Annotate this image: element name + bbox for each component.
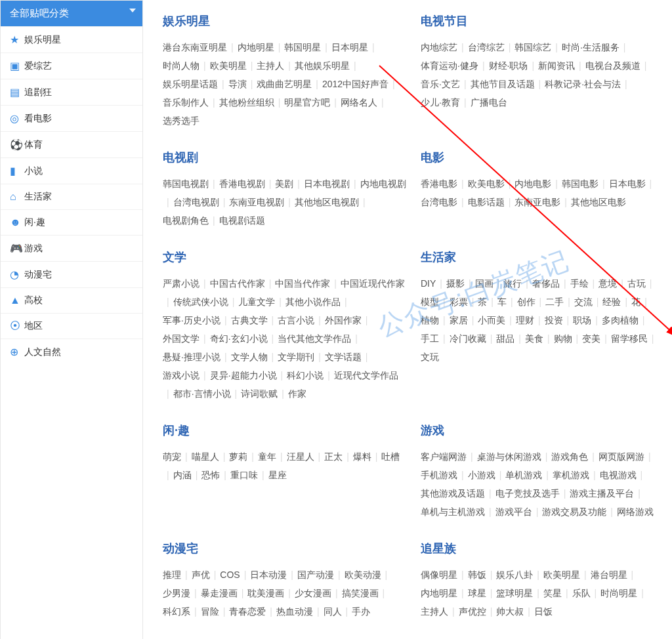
sidebar-item-2[interactable]: ▤追剧狂 (1, 79, 142, 105)
tag-link[interactable]: 传统武侠小说 (173, 293, 228, 311)
tag-link[interactable]: 变美 (582, 329, 600, 348)
tag-link[interactable]: 戏曲曲艺明星 (257, 75, 312, 93)
tag-link[interactable]: 声优 (192, 566, 210, 584)
tag-link[interactable]: 少男漫 (163, 584, 190, 602)
tag-link[interactable]: 内地电视剧 (360, 175, 406, 193)
tag-link[interactable]: 内地综艺 (421, 38, 457, 56)
tag-link[interactable]: 游戏小说 (163, 366, 200, 384)
tag-link[interactable]: 电影话题 (468, 193, 505, 211)
tag-link[interactable]: 台湾电视剧 (173, 193, 219, 211)
section-title[interactable]: 动漫宅 (163, 541, 408, 556)
tag-link[interactable]: 其他游戏及话题 (421, 484, 485, 503)
tag-link[interactable]: 日本电影 (609, 175, 646, 193)
tag-link[interactable]: 近现代文学作品 (334, 366, 398, 384)
tag-link[interactable]: 萝莉 (229, 447, 247, 466)
tag-link[interactable]: 港台明星 (591, 566, 627, 584)
tag-link[interactable]: 奢侈品 (532, 274, 560, 293)
tag-link[interactable]: 明星官方吧 (284, 93, 330, 112)
tag-link[interactable]: 都市·言情小说 (173, 384, 231, 403)
tag-link[interactable]: 游戏平台 (495, 503, 532, 521)
tag-link[interactable]: 多肉植物 (602, 311, 639, 329)
tag-link[interactable]: 汪星人 (287, 447, 314, 466)
sidebar-item-7[interactable]: ☻闲·趣 (1, 209, 142, 235)
tag-link[interactable]: 童年 (258, 447, 276, 466)
tag-link[interactable]: 购物 (554, 329, 572, 348)
tag-link[interactable]: 韩国电视剧 (163, 175, 209, 193)
tag-link[interactable]: 交流 (574, 293, 593, 311)
sidebar-item-9[interactable]: ◔动漫宅 (1, 261, 142, 287)
tag-link[interactable]: 韩国综艺 (514, 38, 551, 56)
tag-link[interactable]: 科幻系 (163, 602, 190, 621)
tag-link[interactable]: 港台东南亚明星 (163, 38, 227, 56)
sidebar-header[interactable]: 全部贴吧分类 (1, 1, 142, 26)
tag-link[interactable]: 喵星人 (192, 447, 219, 466)
tag-link[interactable]: 经验 (602, 293, 621, 311)
section-title[interactable]: 文学 (163, 249, 408, 265)
tag-link[interactable]: 手机游戏 (421, 466, 457, 484)
tag-link[interactable]: 诗词歌赋 (241, 384, 278, 403)
tag-link[interactable]: 篮球明星 (496, 584, 533, 602)
tag-link[interactable]: 严肃小说 (163, 274, 200, 293)
tag-link[interactable]: 台湾电影 (421, 193, 457, 211)
tag-link[interactable]: 娱乐八卦 (496, 566, 533, 584)
tag-link[interactable]: COS (220, 566, 240, 584)
tag-link[interactable]: 美剧 (275, 175, 293, 193)
tag-link[interactable]: 中国古代作家 (210, 274, 265, 293)
tag-link[interactable]: 中国近现代作家 (341, 274, 405, 293)
tag-link[interactable]: 茶 (478, 293, 487, 311)
tag-link[interactable]: 时尚明星 (600, 584, 637, 602)
tag-link[interactable]: 音乐·文艺 (421, 75, 460, 93)
sidebar-item-11[interactable]: ⦿地区 (1, 313, 142, 339)
tag-link[interactable]: 其他粉丝组织 (219, 93, 274, 112)
tag-link[interactable]: 笑星 (543, 584, 562, 602)
sidebar-item-0[interactable]: ★娱乐明星 (1, 26, 142, 52)
tag-link[interactable]: 车 (497, 293, 507, 311)
tag-link[interactable]: 香港电影 (421, 175, 457, 193)
tag-link[interactable]: 投资 (545, 311, 563, 329)
tag-link[interactable]: 奇幻·玄幻小说 (210, 329, 268, 348)
tag-link[interactable]: 推理 (163, 566, 181, 584)
tag-link[interactable]: 文玩 (421, 348, 439, 366)
tag-link[interactable]: 网络游戏 (617, 503, 654, 521)
tag-link[interactable]: 恐怖 (201, 466, 220, 484)
tag-link[interactable]: 选秀选手 (163, 112, 200, 130)
tag-link[interactable]: 其他地区电视剧 (295, 193, 359, 211)
tag-link[interactable]: 暴走漫画 (201, 584, 238, 602)
tag-link[interactable]: 职场 (573, 311, 591, 329)
tag-link[interactable]: 掌机游戏 (553, 466, 589, 484)
tag-link[interactable]: 韩国明星 (284, 38, 321, 56)
tag-link[interactable]: 韩国电影 (562, 175, 598, 193)
tag-link[interactable]: 儿童文学 (238, 293, 275, 311)
section-title[interactable]: 追星族 (421, 541, 665, 556)
sidebar-item-8[interactable]: 🎮游戏 (1, 235, 142, 261)
tag-link[interactable]: 东南亚电影 (514, 193, 560, 211)
tag-link[interactable]: 留学移民 (611, 329, 648, 348)
tag-link[interactable]: 电视剧话题 (219, 211, 265, 230)
section-title[interactable]: 娱乐明星 (163, 13, 408, 29)
sidebar-item-3[interactable]: ◎看电影 (1, 105, 142, 131)
tag-link[interactable]: 意境 (598, 274, 617, 293)
tag-link[interactable]: 理财 (516, 311, 534, 329)
tag-link[interactable]: 主持人 (257, 56, 284, 75)
tag-link[interactable]: 文学期刊 (278, 348, 314, 366)
tag-link[interactable]: 乐队 (572, 584, 591, 602)
tag-link[interactable]: 内地明星 (238, 38, 274, 56)
section-title[interactable]: 闲·趣 (163, 423, 408, 438)
tag-link[interactable]: 游戏角色 (551, 447, 588, 466)
tag-link[interactable]: 手工 (421, 329, 439, 348)
tag-link[interactable]: 青春恋爱 (229, 602, 266, 621)
tag-link[interactable]: 偶像明星 (421, 566, 457, 584)
tag-link[interactable]: 正太 (324, 447, 343, 466)
tag-link[interactable]: 日本明星 (331, 38, 368, 56)
tag-link[interactable]: 耽美漫画 (247, 584, 284, 602)
sidebar-item-10[interactable]: ▲高校 (1, 287, 142, 313)
tag-link[interactable]: 美食 (525, 329, 543, 348)
tag-link[interactable]: 内地明星 (421, 584, 457, 602)
tag-link[interactable]: 军事·历史小说 (163, 311, 220, 329)
tag-link[interactable]: 音乐制作人 (163, 93, 209, 112)
tag-link[interactable]: 古典文学 (231, 311, 268, 329)
tag-link[interactable]: 游戏主播及平台 (570, 484, 634, 503)
sidebar-item-5[interactable]: ▮小说 (1, 157, 142, 184)
sidebar-item-6[interactable]: ⌂生活家 (1, 184, 142, 209)
tag-link[interactable]: 科教记录·社会与法 (545, 75, 621, 93)
